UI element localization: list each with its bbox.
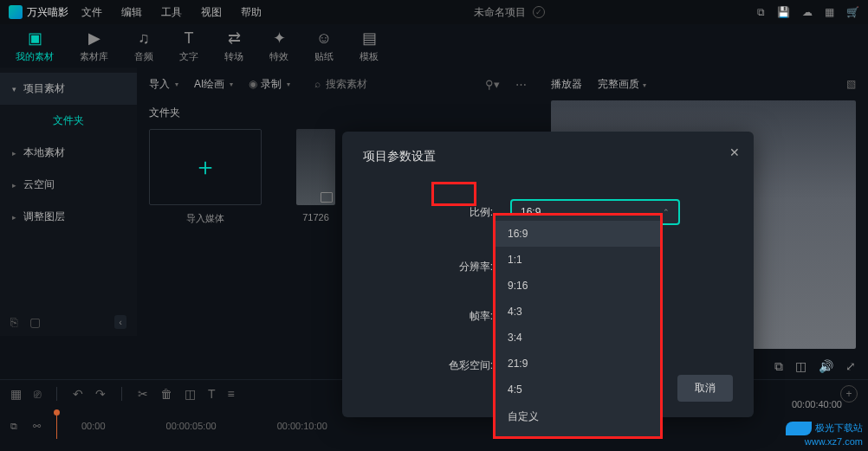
menu-help[interactable]: 帮助	[241, 5, 262, 20]
sidebar-adjust[interactable]: 调整图层	[0, 201, 137, 233]
app-name: 万兴喵影	[27, 5, 68, 20]
colorspace-label: 色彩空间:	[363, 358, 493, 373]
collapse-sidebar-icon[interactable]: ‹	[114, 315, 126, 329]
import-media-label: 导入媒体	[186, 212, 224, 225]
watermark-icon	[786, 422, 812, 435]
playhead[interactable]	[56, 413, 57, 439]
btn-label: 导入	[149, 77, 170, 92]
player-tab[interactable]: 播放器	[551, 77, 582, 92]
transition-icon: ⇄	[228, 29, 241, 48]
sidebar-folder[interactable]: 文件夹	[0, 105, 137, 137]
sticker-icon: ☺	[316, 29, 332, 48]
tl-crop-icon[interactable]: ◫	[185, 387, 196, 401]
tab-template[interactable]: ▤模板	[360, 29, 379, 63]
tab-label: 素材库	[80, 50, 108, 63]
volume-icon[interactable]: 🔊	[819, 359, 833, 374]
media-icon: ▣	[28, 29, 42, 48]
sidebar-label: 云空间	[23, 177, 55, 192]
tl-chain-icon[interactable]: ⚯	[33, 421, 41, 432]
tl-clip-icon[interactable]: ⎚	[34, 387, 41, 401]
quality-dropdown[interactable]: 完整画质	[598, 77, 646, 92]
tl-add-button[interactable]: +	[840, 385, 858, 403]
marker-time: 00:00:40:00	[792, 399, 842, 409]
fullscreen-icon[interactable]: ⤢	[845, 359, 856, 374]
tab-sticker[interactable]: ☺贴纸	[314, 29, 334, 63]
more-icon[interactable]: ⋯	[515, 78, 527, 91]
camera-icon[interactable]: ◫	[795, 359, 806, 374]
text-icon: T	[185, 29, 194, 48]
ratio-option-1-1[interactable]: 1:1	[496, 247, 660, 273]
tab-text[interactable]: T文字	[179, 29, 198, 63]
tl-undo-icon[interactable]: ↶	[73, 387, 83, 401]
apps-icon[interactable]: ▦	[825, 6, 834, 18]
media-thumbnail[interactable]	[296, 129, 335, 205]
fx-icon: ✦	[273, 29, 286, 48]
sidebar-label: 本地素材	[23, 145, 65, 160]
sidebar-project[interactable]: 项目素材	[0, 73, 137, 105]
tl-delete-icon[interactable]: 🗑	[160, 387, 172, 401]
menu-file[interactable]: 文件	[81, 5, 102, 20]
import-button[interactable]: 导入	[149, 77, 178, 92]
ratio-option-16-9[interactable]: 16:9	[496, 221, 660, 247]
ratio-dropdown: 16:9 1:1 9:16 4:3 3:4 21:9 4:5 自定义	[493, 213, 663, 439]
tab-label: 转场	[224, 50, 243, 63]
folder-icon[interactable]: ▢	[29, 315, 41, 329]
ratio-option-custom[interactable]: 自定义	[496, 403, 660, 431]
template-icon: ▤	[362, 29, 377, 48]
tab-fx[interactable]: ✦特效	[269, 29, 288, 63]
tl-link-icon[interactable]: ⧉	[10, 421, 17, 432]
add-media-button[interactable]: ＋	[149, 129, 262, 205]
btn-label: 录制	[261, 77, 282, 92]
ratio-option-4-3[interactable]: 4:3	[496, 299, 660, 325]
screen-icon[interactable]: ⧉	[757, 6, 765, 18]
menu-tools[interactable]: 工具	[161, 5, 182, 20]
resolution-label: 分辨率:	[363, 260, 493, 274]
new-folder-icon[interactable]: ⎘	[10, 315, 17, 329]
record-button[interactable]: 录制	[249, 77, 290, 92]
ratio-option-3-4[interactable]: 3:4	[496, 325, 660, 351]
tab-audio[interactable]: ♫音频	[134, 29, 153, 63]
btn-label: AI绘画	[194, 77, 224, 92]
ratio-option-4-5[interactable]: 4:5	[496, 377, 660, 403]
save-icon[interactable]: 💾	[777, 6, 790, 18]
tl-time-1: 00:00:05:00	[166, 421, 217, 431]
logo-icon	[9, 5, 23, 19]
tab-transition[interactable]: ⇄转场	[224, 29, 243, 63]
screen-mode-icon[interactable]: ⧉	[774, 359, 783, 374]
tl-time-0: 00:00	[81, 421, 106, 431]
tab-my-media[interactable]: ▣我的素材	[16, 29, 54, 63]
tl-grid-icon[interactable]: ▦	[10, 387, 22, 401]
filter-icon[interactable]: ⚲▾	[485, 78, 500, 91]
search-wrap: ⌕	[314, 78, 395, 90]
close-icon[interactable]: ✕	[729, 145, 740, 159]
fps-label: 帧率:	[363, 309, 493, 324]
ratio-option-21-9[interactable]: 21:9	[496, 351, 660, 377]
search-input[interactable]	[326, 78, 395, 90]
tab-label: 贴纸	[314, 50, 334, 63]
tl-speed-icon[interactable]: ≡	[228, 387, 235, 401]
audio-icon: ♫	[138, 29, 150, 48]
tl-text-icon[interactable]: T	[208, 387, 216, 401]
watermark-name: 极光下载站	[815, 422, 863, 433]
tab-label: 特效	[269, 50, 288, 63]
ratio-option-9-16[interactable]: 9:16	[496, 273, 660, 299]
snapshot-icon[interactable]: ▧	[846, 78, 856, 90]
sidebar-cloud[interactable]: 云空间	[0, 169, 137, 201]
menu-view[interactable]: 视图	[201, 5, 222, 20]
tl-cut-icon[interactable]: ✂	[138, 387, 148, 401]
tab-library[interactable]: ▶素材库	[80, 29, 108, 63]
menu-edit[interactable]: 编辑	[121, 5, 142, 20]
chevron-up-icon: ⌃	[663, 208, 670, 216]
app-logo: 万兴喵影	[9, 5, 68, 20]
tab-label: 文字	[179, 50, 198, 63]
cloud-upload-icon[interactable]: ☁	[802, 6, 813, 18]
ratio-label: 比例:	[363, 205, 493, 220]
cancel-button[interactable]: 取消	[677, 375, 733, 402]
cart-icon[interactable]: 🛒	[846, 6, 859, 18]
ai-draw-button[interactable]: AI绘画	[194, 77, 233, 92]
sidebar-local[interactable]: 本地素材	[0, 137, 137, 169]
modal-title: 项目参数设置	[363, 149, 733, 164]
tl-redo-icon[interactable]: ↷	[95, 387, 106, 401]
tab-label: 音频	[134, 50, 153, 63]
sidebar-label: 文件夹	[53, 113, 84, 128]
